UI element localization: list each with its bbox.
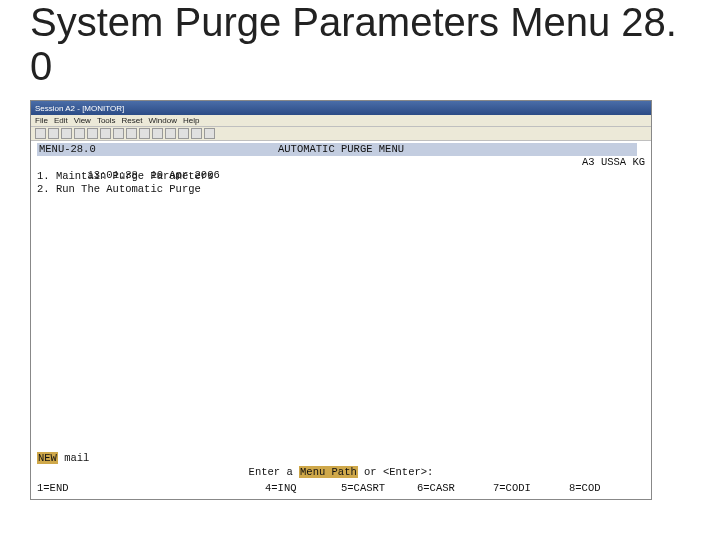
menu-file[interactable]: File	[35, 116, 48, 125]
fkey-7[interactable]: 7=CODI	[493, 482, 569, 495]
toolbar-button[interactable]	[35, 128, 46, 139]
toolbar-button[interactable]	[126, 128, 137, 139]
window-menubar: File Edit View Tools Reset Window Help	[31, 115, 651, 127]
terminal-body: MENU-28.0 AUTOMATIC PURGE MENU 13:01:38 …	[31, 143, 651, 499]
fkey-4[interactable]: 4=INQ	[265, 482, 341, 495]
menu-help[interactable]: Help	[183, 116, 199, 125]
menu-view[interactable]: View	[74, 116, 91, 125]
toolbar-button[interactable]	[191, 128, 202, 139]
toolbar-button[interactable]	[48, 128, 59, 139]
toolbar-button[interactable]	[204, 128, 215, 139]
window-titlebar: Session A2 - [MONITOR]	[31, 101, 651, 115]
toolbar-button[interactable]	[61, 128, 72, 139]
mail-new-badge: NEW	[37, 452, 58, 464]
menu-edit[interactable]: Edit	[54, 116, 68, 125]
fkey-6[interactable]: 6=CASR	[417, 482, 493, 495]
mail-text: mail	[58, 452, 90, 464]
toolbar-button[interactable]	[100, 128, 111, 139]
fkey-5[interactable]: 5=CASRT	[341, 482, 417, 495]
prompt-pre: Enter a	[249, 466, 299, 478]
terminal-window: Session A2 - [MONITOR] File Edit View To…	[30, 100, 652, 500]
toolbar-button[interactable]	[152, 128, 163, 139]
fkey-8[interactable]: 8=COD	[569, 482, 645, 495]
prompt-menu-path: Menu Path	[299, 466, 358, 478]
slide-title: System Purge Parameters Menu 28. 0	[30, 0, 690, 88]
toolbar-button[interactable]	[178, 128, 189, 139]
mail-indicator: NEW mail	[37, 452, 89, 465]
prompt-post: or <Enter>:	[358, 466, 434, 478]
window-toolbar	[31, 127, 651, 141]
window-title-text: Session A2 - [MONITOR]	[35, 104, 124, 113]
fkey-1[interactable]: 1=END	[37, 482, 113, 495]
fkey-blank	[189, 482, 265, 495]
terminal-menu-title: AUTOMATIC PURGE MENU	[31, 143, 651, 156]
fkey-blank	[113, 482, 189, 495]
function-keys-row: 1=END 4=INQ 5=CASRT 6=CASR 7=CODI 8=COD	[37, 482, 645, 495]
toolbar-button[interactable]	[165, 128, 176, 139]
terminal-site: A3 USSA KG	[37, 156, 645, 169]
toolbar-button[interactable]	[87, 128, 98, 139]
menu-reset[interactable]: Reset	[122, 116, 143, 125]
toolbar-button[interactable]	[74, 128, 85, 139]
menu-window[interactable]: Window	[148, 116, 176, 125]
slide: System Purge Parameters Menu 28. 0 Sessi…	[0, 0, 720, 540]
menu-item-1[interactable]: 1. Maintain Purge Parameters	[37, 170, 645, 183]
toolbar-button[interactable]	[113, 128, 124, 139]
prompt-row: Enter a Menu Path or <Enter>:	[31, 466, 651, 479]
toolbar-button[interactable]	[139, 128, 150, 139]
menu-item-2[interactable]: 2. Run The Automatic Purge	[37, 183, 645, 196]
menu-tools[interactable]: Tools	[97, 116, 116, 125]
